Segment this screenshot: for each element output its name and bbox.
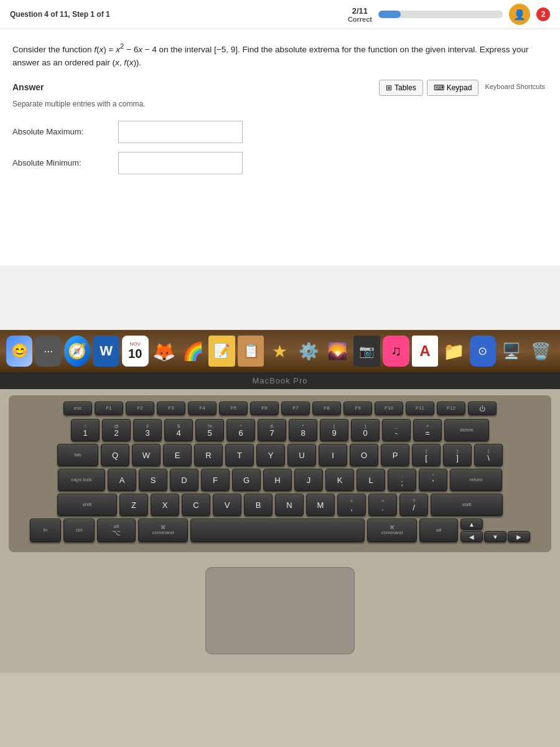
- key-f3[interactable]: F3: [157, 402, 185, 415]
- dock-star[interactable]: ★: [266, 336, 292, 367]
- key-o[interactable]: O: [350, 444, 378, 466]
- key-backspace[interactable]: delete: [444, 419, 489, 441]
- dock-colorwheel[interactable]: 🌈: [180, 336, 206, 367]
- key-alt-right[interactable]: alt: [419, 519, 458, 542]
- keypad-button[interactable]: ⌨ Keypad: [427, 80, 479, 96]
- key-f1[interactable]: F1: [95, 402, 123, 415]
- key-esc[interactable]: esc: [63, 402, 92, 415]
- key-quote[interactable]: "': [419, 469, 447, 491]
- dock-notes[interactable]: 📋: [238, 336, 264, 367]
- key-arrow-right[interactable]: ▶: [508, 531, 530, 542]
- key-power[interactable]: ⏻: [468, 402, 497, 415]
- dock-word[interactable]: W: [93, 336, 119, 367]
- key-u[interactable]: U: [287, 444, 316, 466]
- key-equal[interactable]: +=: [413, 419, 442, 441]
- key-b[interactable]: B: [244, 494, 273, 516]
- key-0[interactable]: )0: [351, 419, 380, 441]
- key-r[interactable]: R: [194, 444, 223, 466]
- key-2[interactable]: @2: [102, 419, 131, 441]
- key-e[interactable]: E: [163, 444, 192, 466]
- key-q[interactable]: Q: [101, 444, 129, 466]
- dock-monitor[interactable]: 🖥️: [498, 336, 525, 367]
- key-arrow-down[interactable]: ▼: [484, 531, 506, 542]
- key-comma[interactable]: <,: [337, 494, 366, 516]
- dock-firefox[interactable]: 🦊: [151, 336, 177, 367]
- dock-settings[interactable]: ⚙️: [296, 336, 322, 367]
- absolute-minimum-input[interactable]: [118, 152, 243, 174]
- key-arrow-up[interactable]: ▲: [460, 519, 483, 530]
- key-5[interactable]: %5: [195, 419, 224, 441]
- key-p[interactable]: P: [381, 444, 409, 466]
- key-w[interactable]: W: [132, 444, 161, 466]
- key-f[interactable]: F: [201, 469, 230, 491]
- dock-autocad[interactable]: A: [412, 336, 438, 367]
- key-f4[interactable]: F4: [188, 402, 217, 415]
- dock-safari[interactable]: 🧭: [64, 336, 90, 367]
- key-y[interactable]: Y: [256, 444, 285, 466]
- key-f7[interactable]: F7: [281, 402, 310, 415]
- key-ctrl[interactable]: ctrl: [63, 519, 95, 542]
- key-j[interactable]: J: [294, 469, 323, 491]
- tables-button[interactable]: ⊞ Tables: [379, 80, 423, 96]
- key-alt-left[interactable]: alt ⌥: [97, 519, 136, 542]
- dock-dots[interactable]: ···: [35, 336, 61, 367]
- key-f9[interactable]: F9: [343, 402, 372, 415]
- key-1[interactable]: !1: [71, 419, 100, 441]
- key-cmd-left[interactable]: ⌘ command: [138, 519, 188, 542]
- key-v[interactable]: V: [213, 494, 241, 516]
- key-return[interactable]: return: [450, 469, 502, 491]
- key-h[interactable]: H: [263, 469, 292, 491]
- key-c[interactable]: C: [182, 494, 210, 516]
- dock-itunes[interactable]: ♫: [383, 336, 409, 367]
- key-t[interactable]: T: [225, 444, 254, 466]
- key-tab[interactable]: tab: [57, 444, 98, 466]
- key-4[interactable]: $4: [164, 419, 193, 441]
- key-minus[interactable]: _-: [382, 419, 411, 441]
- key-capslock[interactable]: caps lock: [58, 469, 105, 491]
- key-7[interactable]: &7: [258, 419, 286, 441]
- key-l[interactable]: L: [357, 469, 385, 491]
- key-i[interactable]: I: [319, 444, 347, 466]
- key-f6[interactable]: F6: [250, 402, 279, 415]
- key-space[interactable]: [190, 519, 365, 542]
- dock-stickies[interactable]: 📝: [208, 336, 235, 367]
- key-backslash[interactable]: |\: [474, 444, 503, 466]
- key-9[interactable]: (9: [320, 419, 348, 441]
- key-period[interactable]: >.: [368, 494, 397, 516]
- dock-trash[interactable]: 🗑️: [528, 336, 554, 367]
- dock-folder[interactable]: 📁: [441, 336, 467, 367]
- key-g[interactable]: G: [232, 469, 261, 491]
- key-f11[interactable]: F11: [406, 402, 434, 415]
- key-bracket-close[interactable]: }]: [443, 444, 472, 466]
- key-s[interactable]: S: [139, 469, 167, 491]
- dock-finder[interactable]: 😊: [6, 336, 32, 367]
- key-z[interactable]: Z: [119, 494, 148, 516]
- key-shift-left[interactable]: shift: [57, 494, 117, 516]
- key-arrow-left[interactable]: ◀: [460, 531, 483, 542]
- key-bracket-open[interactable]: {[: [412, 444, 441, 466]
- dock-photos[interactable]: 🌄: [324, 336, 350, 367]
- key-fn-bottom[interactable]: fn: [30, 519, 61, 542]
- key-f5[interactable]: F5: [219, 402, 248, 415]
- key-f12[interactable]: F12: [437, 402, 465, 415]
- dock-blue-app[interactable]: ⊙: [470, 336, 496, 367]
- dock-calendar[interactable]: NOV 10: [122, 336, 149, 367]
- key-a[interactable]: A: [108, 469, 136, 491]
- key-f8[interactable]: F8: [312, 402, 341, 415]
- key-8[interactable]: *8: [289, 419, 317, 441]
- key-shift-right[interactable]: shift: [431, 494, 503, 516]
- keyboard-shortcuts-link[interactable]: Keyboard Shortcuts: [482, 80, 548, 96]
- key-f10[interactable]: F10: [375, 402, 403, 415]
- key-x[interactable]: X: [151, 494, 179, 516]
- key-3[interactable]: #3: [133, 419, 162, 441]
- key-slash[interactable]: ?/: [399, 494, 428, 516]
- key-d[interactable]: D: [170, 469, 198, 491]
- key-f2[interactable]: F2: [126, 402, 154, 415]
- absolute-maximum-input[interactable]: [118, 121, 243, 143]
- key-cmd-right[interactable]: ⌘ command: [367, 519, 417, 542]
- key-k[interactable]: K: [325, 469, 354, 491]
- trackpad[interactable]: [205, 567, 355, 654]
- key-n[interactable]: N: [275, 494, 304, 516]
- key-semicolon[interactable]: :;: [388, 469, 416, 491]
- dock-iphoto[interactable]: 📷: [353, 336, 381, 367]
